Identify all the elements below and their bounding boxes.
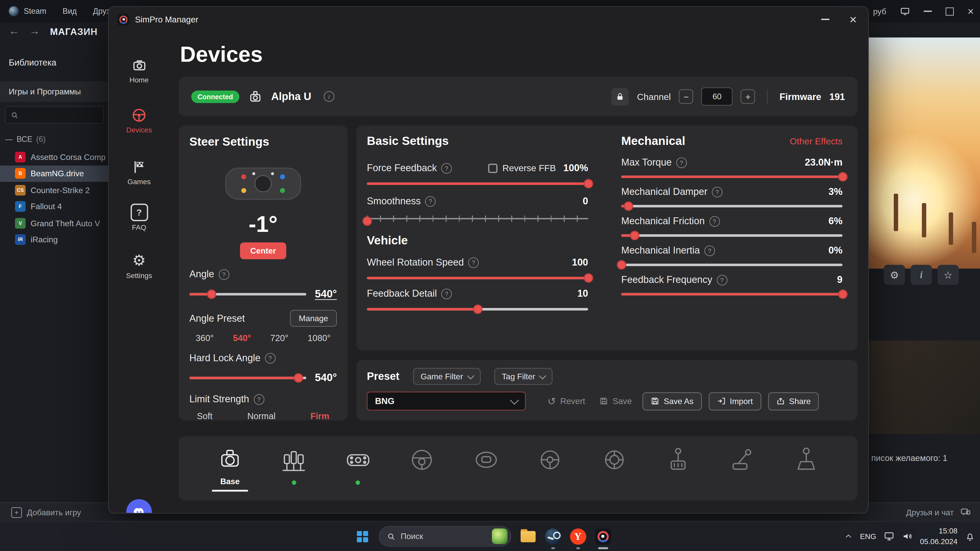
store-tab[interactable]: МАГАЗИН	[50, 26, 98, 37]
collection-header[interactable]: — ВСЕ (6)	[5, 135, 46, 144]
other-effects-link[interactable]: Other Effects	[790, 136, 843, 146]
preset-select[interactable]: BNG	[367, 392, 526, 410]
forward-icon[interactable]: →	[29, 25, 40, 38]
minimize-button[interactable]	[814, 10, 836, 29]
inertia-slider[interactable]	[621, 264, 842, 266]
library-tab[interactable]: Библиотека	[9, 57, 56, 67]
star-icon[interactable]: ☆	[937, 265, 959, 285]
center-button[interactable]: Center	[240, 242, 286, 259]
max-torque-slider[interactable]	[621, 176, 842, 178]
simpro-taskbar-button[interactable]	[594, 528, 611, 545]
hard-lock-slider[interactable]	[189, 377, 306, 380]
save-button[interactable]: Save	[596, 394, 635, 408]
preset-720[interactable]: 720°	[270, 333, 288, 343]
help-icon[interactable]: ?	[704, 245, 715, 256]
back-icon[interactable]: ←	[9, 25, 19, 38]
help-icon[interactable]: ?	[265, 353, 275, 363]
info-icon[interactable]: i	[324, 91, 334, 102]
file-explorer-button[interactable]	[519, 528, 536, 545]
maximize-button[interactable]	[945, 7, 954, 15]
sidebar-item-settings[interactable]: ⚙ Settings	[109, 251, 169, 279]
slider-handle[interactable]	[584, 273, 593, 283]
import-button[interactable]: Import	[708, 392, 761, 410]
help-icon[interactable]: ?	[253, 394, 264, 405]
sidebar-item-devices[interactable]: Devices	[109, 106, 169, 134]
taskbar-search[interactable]: Поиск	[379, 526, 511, 547]
display-icon[interactable]	[900, 6, 910, 16]
device-slot-round-wheel[interactable]	[527, 445, 574, 475]
channel-decrement-button[interactable]: −	[679, 89, 693, 103]
lock-button[interactable]	[611, 88, 629, 105]
help-icon[interactable]: ?	[712, 186, 722, 197]
slider-handle[interactable]	[838, 172, 848, 182]
damper-slider[interactable]	[621, 205, 842, 207]
friction-slider[interactable]	[621, 234, 842, 237]
sidebar-item-home[interactable]: Home	[109, 56, 169, 84]
list-item[interactable]: F Fallout 4	[0, 198, 108, 215]
list-item[interactable]: A Assetto Corsa Comp	[0, 149, 108, 165]
close-button[interactable]: ×	[967, 6, 974, 17]
revert-button[interactable]: ↺ Revert	[544, 392, 589, 410]
help-icon[interactable]: ?	[717, 275, 727, 285]
friends-chat-button[interactable]: Друзья и чат	[906, 507, 971, 518]
device-slot-formula-wheel[interactable]	[334, 445, 382, 485]
game-filter-dropdown[interactable]: Game Filter	[413, 368, 480, 385]
help-icon[interactable]: ?	[709, 216, 720, 227]
save-as-button[interactable]: Save As	[642, 392, 702, 410]
volume-icon[interactable]	[902, 531, 913, 542]
preset-1080[interactable]: 1080°	[308, 333, 331, 343]
limit-soft[interactable]: Soft	[197, 411, 212, 421]
gear-icon[interactable]: ⚙	[884, 265, 905, 285]
slider-handle[interactable]	[293, 373, 303, 383]
help-icon[interactable]: ?	[425, 196, 436, 206]
device-slot-shifter[interactable]	[654, 445, 702, 475]
help-icon[interactable]: ?	[468, 257, 479, 268]
tray-expand-icon[interactable]	[844, 532, 853, 540]
preset-360[interactable]: 360°	[196, 333, 214, 343]
tag-filter-dropdown[interactable]: Tag Filter	[494, 368, 553, 385]
smoothness-slider[interactable]	[367, 216, 588, 222]
slider-handle[interactable]	[838, 289, 848, 299]
device-slot-round-wheel-2[interactable]	[590, 445, 638, 475]
sidebar-item-faq[interactable]: ? FAQ	[109, 203, 169, 231]
browser-taskbar-button[interactable]: Y	[570, 528, 586, 545]
limit-normal[interactable]: Normal	[247, 411, 275, 421]
device-slot-gt-wheel[interactable]	[398, 445, 446, 475]
steam-menu-steam[interactable]: Steam	[24, 7, 46, 16]
slider-handle[interactable]	[630, 231, 640, 240]
network-icon[interactable]	[884, 531, 894, 542]
slider-handle[interactable]	[363, 217, 372, 226]
slider-handle[interactable]	[473, 305, 483, 314]
manage-button[interactable]: Manage	[290, 310, 337, 327]
slider-handle[interactable]	[617, 260, 626, 270]
info-icon[interactable]: i	[911, 265, 932, 285]
discord-button[interactable]	[126, 499, 152, 513]
device-slot-handbrake[interactable]	[718, 445, 766, 475]
angle-slider[interactable]	[189, 293, 306, 295]
slider-handle[interactable]	[584, 179, 593, 189]
steam-taskbar-button[interactable]	[544, 528, 561, 545]
share-button[interactable]: Share	[768, 392, 819, 410]
help-icon[interactable]: ?	[676, 157, 687, 168]
help-icon[interactable]: ?	[441, 288, 452, 299]
feedback-detail-slider[interactable]	[367, 308, 588, 310]
list-item[interactable]: iR iRacing	[0, 231, 108, 248]
help-icon[interactable]: ?	[441, 163, 452, 173]
channel-input[interactable]	[701, 87, 732, 106]
force-feedback-slider[interactable]	[367, 183, 588, 185]
sidebar-item-games[interactable]: Games	[109, 157, 169, 186]
add-game-button[interactable]: + Добавить игру	[11, 507, 81, 518]
slider-handle[interactable]	[624, 202, 633, 211]
slider-handle[interactable]	[207, 289, 217, 299]
language-indicator[interactable]: ENG	[860, 532, 877, 540]
preset-540[interactable]: 540°	[233, 333, 251, 343]
library-search[interactable]	[5, 106, 104, 124]
limit-firm[interactable]: Firm	[310, 411, 329, 421]
wishlist-label[interactable]: писок желаемого: 1	[871, 454, 947, 463]
list-item-selected[interactable]: B BeamNG.drive	[0, 165, 108, 182]
notifications-icon[interactable]	[965, 531, 975, 541]
device-slot-base[interactable]: Base	[206, 445, 254, 492]
list-item[interactable]: V Grand Theft Auto V	[0, 215, 108, 231]
games-programs-header[interactable]: Игры и Программы	[0, 81, 108, 102]
frequency-slider[interactable]	[621, 293, 842, 295]
